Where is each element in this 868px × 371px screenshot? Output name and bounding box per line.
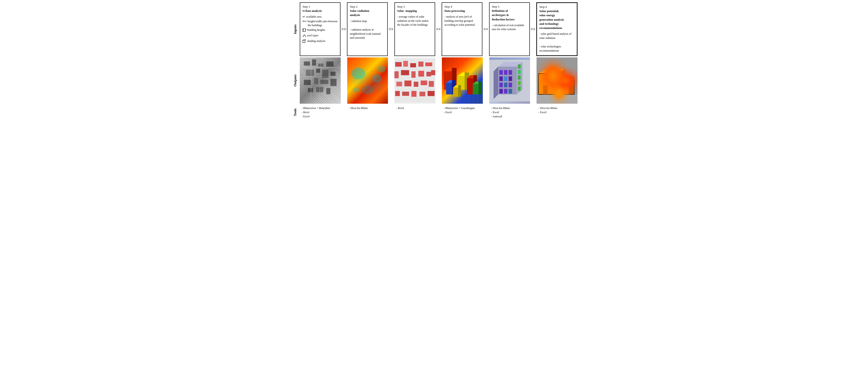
svg-marker-107 [562,76,575,81]
step4-item1: - analysis of area (m²) of building enve… [444,15,479,27]
svg-rect-68 [453,88,458,97]
svg-rect-43 [418,71,424,76]
step1-shading-text: shading analysis [307,39,326,43]
svg-text:H: H [305,29,306,31]
step2-box: Step 2 Solar radiationanalysis - radiati… [347,2,388,56]
svg-rect-42 [411,71,416,78]
step2-title: Step 2 Solar radiationanalysis [350,5,385,18]
svg-rect-79 [499,70,503,75]
svg-rect-109 [562,81,575,94]
arrow1: >> [340,2,347,56]
step2-tool1: - Diva-for-Rhino [349,106,386,110]
step2-tools: - Diva-for-Rhino [347,104,388,120]
svg-rect-93 [518,75,521,80]
step3-item1: - average values of solar radiation on t… [397,15,432,27]
step4-label: Step 4 [444,5,479,9]
step3-box: Step 3 Solar mapping - average values of… [395,2,435,56]
inputs-section: Inputs Step 1 Urban analysis m² availabl… [290,2,578,56]
inputs-label: Inputs [290,2,300,56]
svg-line-104 [549,71,556,73]
svg-rect-105 [538,73,557,94]
svg-rect-73 [478,82,482,94]
svg-rect-38 [418,62,424,67]
step6-tool1: - Diva-for-Rhino [538,106,576,110]
step5-box: Step 5 Definition ofarchetypes &Reductio… [489,2,530,56]
step1-tool2: - Revit [302,110,339,114]
svg-rect-14 [306,70,314,76]
svg-rect-100 [557,69,565,94]
step6-tools: - Diva-for-Rhino - Excel [536,104,578,120]
step1-item-height: H building heights [303,28,338,33]
svg-rect-15 [316,69,320,73]
svg-rect-83 [504,76,507,81]
step1-label: Step 1 [303,5,338,9]
svg-rect-87 [508,83,512,87]
svg-rect-6 [303,40,305,42]
step4-title: Step 4 Data processing [444,5,479,13]
tools-spacer1 [341,104,347,120]
hw-icon: H/w [303,20,307,23]
output-arrow4 [483,57,489,104]
svg-rect-98 [538,73,557,94]
svg-rect-96 [536,57,578,104]
output-radiation-map [347,57,388,104]
svg-rect-86 [504,83,507,87]
tools-spacer3 [435,104,442,120]
svg-rect-80 [504,70,507,75]
step3-label: Step 3 [397,5,432,9]
svg-line-103 [546,70,553,73]
svg-rect-17 [331,72,336,76]
step2-heading: Solar radiationanalysis [350,9,385,17]
step1-tool1: - Rhinoceros + Honeybee [302,106,339,110]
step2-item2: - radiation analysis at neighborhood sca… [350,28,385,40]
svg-point-33 [377,65,385,72]
svg-rect-40 [395,71,399,78]
svg-rect-106 [562,81,575,94]
svg-rect-92 [518,70,521,74]
svg-line-111 [565,78,569,80]
step4-tool2: - Excel [444,110,481,114]
step1-hw-text: height/width ratio between the buildings [308,20,338,28]
step5-item1: - calculation of real available area for… [492,23,527,31]
step6-tool2: - Excel [538,110,576,114]
svg-rect-18 [304,80,311,85]
step1-height-text: building heights [307,28,325,32]
step5-tool3: - Autocad [491,114,528,119]
svg-rect-19 [314,78,318,84]
m2-icon: m² [303,15,305,19]
step1-item-roof: roof types [303,34,338,39]
roof-icon [303,34,306,39]
svg-rect-50 [429,81,434,87]
step1-item-hw: H/w height/width ratio between the build… [303,20,338,28]
step3-tool1: - Revit [396,106,434,110]
output-arrow2 [388,57,395,104]
svg-rect-48 [414,82,418,87]
output-solar-potential [536,57,578,104]
outputs-images-row [300,57,578,104]
step5-tool2: - Excel [491,110,528,114]
svg-rect-36 [403,61,408,67]
step6-item1: - solar grid-based analysis of solar rad… [539,32,575,40]
tools-spacer5 [530,104,536,120]
svg-rect-11 [312,60,316,66]
svg-rect-95 [518,87,521,91]
svg-rect-45 [431,70,435,75]
output-arrow3 [435,57,442,104]
step5-heading: Definition ofarchetypes &Reduction facto… [492,9,527,22]
output-archetypes [489,57,530,104]
arrow3: >> [435,2,442,56]
svg-rect-82 [499,76,503,81]
svg-marker-97 [536,94,578,104]
step4-tools: - Rhinoceros + Grasshopper - Excel [442,104,483,120]
svg-rect-71 [473,84,478,94]
output-solar-map [395,57,435,104]
svg-rect-22 [308,88,313,92]
outputs-section: Outputs [290,57,578,104]
svg-rect-20 [320,80,328,84]
arrow4: >> [483,2,489,56]
svg-point-32 [352,87,360,93]
svg-rect-39 [426,62,432,66]
step5-label: Step 5 [492,5,527,9]
step1-item-shading: shading analysis [303,39,338,44]
svg-rect-84 [508,76,512,81]
